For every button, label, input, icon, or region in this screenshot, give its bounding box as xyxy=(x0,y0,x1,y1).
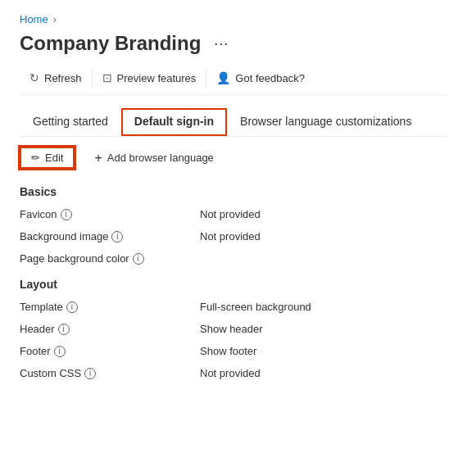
tabs-row: Getting started Default sign-in Browser … xyxy=(20,108,447,137)
favicon-row: Favicon i Not provided xyxy=(20,208,447,220)
footer-info-icon[interactable]: i xyxy=(54,346,66,357)
header-row: Header i Show header xyxy=(20,323,447,335)
ellipsis-button[interactable]: ··· xyxy=(209,34,234,54)
add-browser-language-button[interactable]: + Add browser language xyxy=(88,147,220,169)
template-value: Full-screen background xyxy=(200,301,447,313)
page-bg-color-row: Page background color i xyxy=(20,252,447,265)
favicon-info-icon[interactable]: i xyxy=(61,209,72,220)
edit-icon: ✏ xyxy=(31,152,40,164)
preview-label: Preview features xyxy=(117,72,197,84)
refresh-button[interactable]: ↻ Refresh xyxy=(20,68,93,88)
tab-default-sign-in[interactable]: Default sign-in xyxy=(121,108,227,136)
header-label: Header i xyxy=(20,323,200,335)
header-value: Show header xyxy=(200,323,447,335)
refresh-icon: ↻ xyxy=(29,71,39,84)
background-image-value: Not provided xyxy=(200,230,447,243)
preview-icon: ⊡ xyxy=(102,71,112,84)
background-image-info-icon[interactable]: i xyxy=(111,231,123,243)
page-title: Company Branding xyxy=(20,32,201,55)
basics-section: Basics Favicon i Not provided Background… xyxy=(20,185,447,265)
add-browser-label: Add browser language xyxy=(107,152,214,164)
custom-css-value: Not provided xyxy=(200,367,447,379)
edit-button[interactable]: ✏ Edit xyxy=(20,147,75,169)
feedback-label: Got feedback? xyxy=(235,72,305,84)
layout-section-title: Layout xyxy=(20,278,447,291)
custom-css-row: Custom CSS i Not provided xyxy=(20,367,447,379)
breadcrumb: Home › xyxy=(20,13,447,25)
template-info-icon[interactable]: i xyxy=(66,301,78,313)
feedback-icon: 👤 xyxy=(216,71,230,84)
edit-label: Edit xyxy=(45,152,63,164)
header-info-icon[interactable]: i xyxy=(58,324,70,335)
footer-label: Footer i xyxy=(20,345,200,357)
preview-features-button[interactable]: ⊡ Preview features xyxy=(93,68,207,88)
footer-row: Footer i Show footer xyxy=(20,345,447,357)
toolbar: ↻ Refresh ⊡ Preview features 👤 Got feedb… xyxy=(20,68,447,95)
favicon-label: Favicon i xyxy=(20,208,200,220)
template-row: Template i Full-screen background xyxy=(20,301,447,313)
page-header: Company Branding ··· xyxy=(20,32,447,55)
basics-section-title: Basics xyxy=(20,185,447,198)
breadcrumb-separator: › xyxy=(53,14,57,25)
background-image-row: Background image i Not provided xyxy=(20,230,447,243)
template-label: Template i xyxy=(20,301,200,313)
plus-icon: + xyxy=(94,151,102,165)
refresh-label: Refresh xyxy=(44,72,82,84)
footer-value: Show footer xyxy=(200,345,447,357)
action-row: ✏ Edit + Add browser language xyxy=(20,147,447,169)
layout-section: Layout Template i Full-screen background… xyxy=(20,278,447,379)
background-image-label: Background image i xyxy=(20,230,200,243)
tab-getting-started[interactable]: Getting started xyxy=(20,108,121,136)
page-bg-color-info-icon[interactable]: i xyxy=(133,253,144,265)
custom-css-label: Custom CSS i xyxy=(20,367,200,379)
breadcrumb-home-link[interactable]: Home xyxy=(20,13,48,25)
custom-css-info-icon[interactable]: i xyxy=(84,368,96,379)
feedback-button[interactable]: 👤 Got feedback? xyxy=(206,68,315,88)
favicon-value: Not provided xyxy=(200,208,447,220)
page-bg-color-label: Page background color i xyxy=(20,252,200,265)
tab-browser-lang[interactable]: Browser language customizations xyxy=(227,108,424,136)
